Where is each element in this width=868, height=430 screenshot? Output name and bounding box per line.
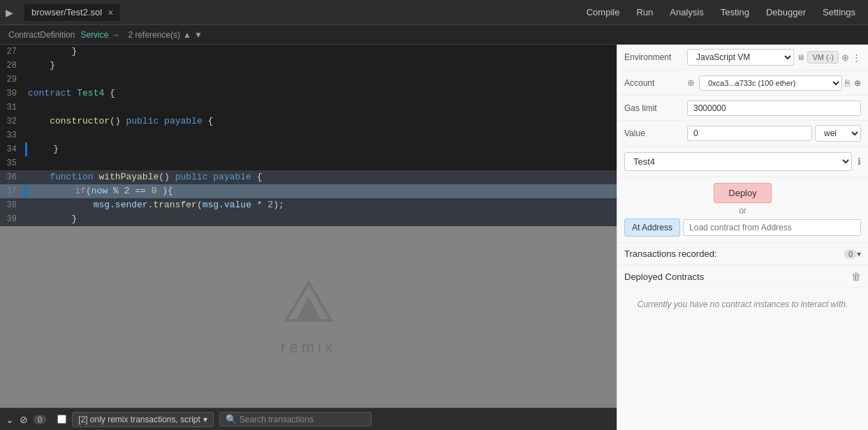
analysis-btn[interactable]: Analysis <box>663 4 710 20</box>
table-row: 37 if(now % 2 == 0 ){ <box>0 184 617 198</box>
chevron-down-icon: ▾ <box>203 415 207 424</box>
value-label: Value <box>624 128 687 138</box>
gas-limit-value-group <box>687 101 861 116</box>
remix-watermark-area: remix <box>0 226 617 408</box>
table-row: 32 constructor() public payable { <box>0 114 617 128</box>
top-bar-left: ▶ browser/Test2.sol × <box>6 4 120 21</box>
ref-down-icon[interactable]: ▼ <box>194 30 203 40</box>
bottom-toolbar: ⌄ ⊘ 0 [2] only remix transactions, scrip… <box>0 408 617 430</box>
account-label: Account <box>624 78 687 88</box>
table-row: 31 <box>0 101 617 114</box>
compile-btn[interactable]: Compile <box>580 4 627 20</box>
at-address-button[interactable]: At Address <box>624 218 680 237</box>
or-text: or <box>624 206 861 216</box>
main-area: 27 } 28 } 29 30 contract Test4 { <box>0 45 868 430</box>
block-icon[interactable]: ⊘ <box>20 414 28 425</box>
deployed-title: Deployed Contracts <box>624 272 851 282</box>
tab-close[interactable]: × <box>108 7 113 18</box>
account-select[interactable]: 0xca3...a733c (100 ether) <box>699 75 842 91</box>
top-bar: ▶ browser/Test2.sol × Compile Run Analys… <box>0 0 868 25</box>
breadcrumb-bar: ContractDefinition Service → 2 reference… <box>0 25 868 45</box>
tx-count-badge: 0 <box>34 415 46 424</box>
table-row: 33 <box>0 128 617 142</box>
contract-selector-row: Test4 ℹ <box>617 147 868 177</box>
search-input[interactable] <box>240 415 365 424</box>
env-dots-icon[interactable]: ⋮ <box>852 52 861 63</box>
run-btn[interactable]: Run <box>629 4 660 20</box>
table-row: 38 msg.sender.transfer(msg.value * 2); <box>0 198 617 212</box>
value-row: Value wei gwei ether <box>617 121 868 147</box>
environment-value-group: JavaScript VM 🖥 VM (-) ⊕ ⋮ <box>687 49 861 66</box>
vm-icon: 🖥 <box>797 53 804 61</box>
breadcrumb-name: Service <box>80 30 108 40</box>
remix-logo-icon <box>281 277 337 333</box>
table-row: 36 function withPayable() public payable… <box>0 170 617 184</box>
copy-icon[interactable]: ⎘ <box>845 78 850 88</box>
environment-row: Environment JavaScript VM 🖥 VM (-) ⊕ ⋮ <box>617 45 868 71</box>
file-tab[interactable]: browser/Test2.sol × <box>24 4 120 21</box>
tab-label: browser/Test2.sol <box>31 7 102 17</box>
table-row: 28 } <box>0 59 617 73</box>
debugger-btn[interactable]: Debugger <box>759 4 813 20</box>
account-plus-icon[interactable]: ⊕ <box>687 77 695 88</box>
deploy-section: Deploy or At Address <box>617 177 868 243</box>
table-row: 34 } <box>0 142 617 156</box>
gas-limit-row: Gas limit <box>617 96 868 121</box>
filter-checkbox[interactable] <box>57 415 66 424</box>
ref-count: 2 reference(s) <box>128 30 180 40</box>
remix-wordmark: remix <box>281 339 336 357</box>
gas-limit-label: Gas limit <box>624 103 687 113</box>
right-panel: Environment JavaScript VM 🖥 VM (-) ⊕ ⋮ A… <box>617 45 868 430</box>
address-input[interactable] <box>683 219 861 236</box>
editor-area: 27 } 28 } 29 30 contract Test4 { <box>0 45 617 430</box>
expand-icon[interactable]: ▶ <box>6 7 13 18</box>
env-info-icon[interactable]: ⊕ <box>841 52 849 63</box>
tx-count-badge: 0 <box>844 249 857 259</box>
account-info-icon[interactable]: ⊕ <box>854 78 861 88</box>
environment-label: Environment <box>624 52 687 62</box>
account-value-group: ⊕ 0xca3...a733c (100 ether) ⎘ ⊕ <box>687 75 861 91</box>
no-contracts-text: Currently you have no contract instances… <box>617 288 868 320</box>
contract-info-icon[interactable]: ℹ <box>858 156 861 167</box>
table-row: 35 <box>0 156 617 170</box>
value-group: wei gwei ether <box>687 125 861 142</box>
gas-limit-input[interactable] <box>687 101 861 116</box>
settings-btn[interactable]: Settings <box>816 4 862 20</box>
top-nav: Compile Run Analysis Testing Debugger Se… <box>580 4 862 20</box>
deployed-contracts-header: Deployed Contracts 🗑 <box>617 265 868 288</box>
account-row: Account ⊕ 0xca3...a733c (100 ether) ⎘ ⊕ <box>617 71 868 96</box>
transactions-title: Transactions recorded: <box>624 249 841 259</box>
deploy-button[interactable]: Deploy <box>714 183 771 203</box>
breadcrumb-arrow-icon: → <box>111 30 119 40</box>
ref-up-icon[interactable]: ▲ <box>183 30 191 40</box>
contract-select[interactable]: Test4 <box>624 152 852 171</box>
value-input[interactable] <box>687 126 812 141</box>
chevron-down-icon: ▾ <box>857 249 861 259</box>
transactions-header[interactable]: Transactions recorded: 0 ▾ <box>617 243 868 265</box>
table-row: 30 contract Test4 { <box>0 87 617 101</box>
table-row: 29 <box>0 73 617 87</box>
environment-select[interactable]: JavaScript VM <box>687 49 794 66</box>
table-row: 27 } <box>0 45 617 59</box>
expand-down-icon[interactable]: ⌄ <box>6 414 14 425</box>
unit-select[interactable]: wei gwei ether <box>815 125 861 142</box>
breadcrumb-type: ContractDefinition <box>8 30 75 40</box>
trash-icon[interactable]: 🗑 <box>851 271 861 282</box>
vm-badge: VM (-) <box>807 51 839 64</box>
filter-dropdown[interactable]: [2] only remix transactions, script ▾ <box>72 412 214 427</box>
search-box: 🔍 <box>219 412 372 427</box>
code-lines: 27 } 28 } 29 30 contract Test4 { <box>0 45 617 226</box>
testing-btn[interactable]: Testing <box>714 4 756 20</box>
table-row: 39 } <box>0 212 617 226</box>
code-pane[interactable]: 27 } 28 } 29 30 contract Test4 { <box>0 45 617 226</box>
at-address-row: At Address <box>624 218 861 237</box>
search-icon: 🔍 <box>226 414 237 424</box>
